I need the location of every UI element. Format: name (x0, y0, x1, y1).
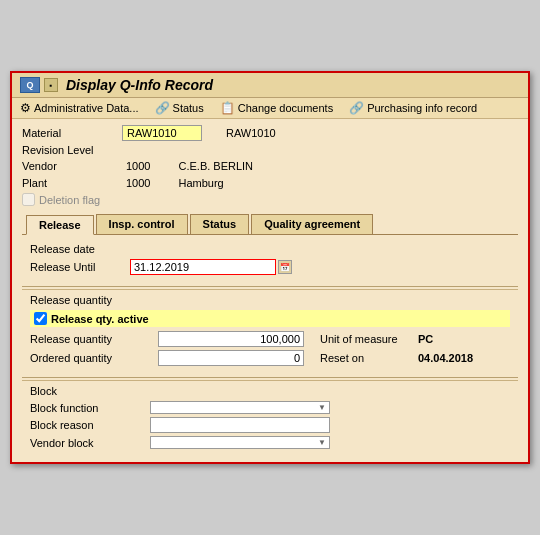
menu-bar: ⚙ Administrative Data... 🔗 Status 📋 Chan… (12, 98, 528, 119)
window-title: Display Q-Info Record (66, 77, 213, 93)
content-area: Material RAW1010 RAW1010 Revision Level … (12, 119, 528, 462)
vendor-name: C.E.B. BERLIN (174, 159, 257, 173)
uom-value: PC (418, 333, 433, 345)
reset-label: Reset on (320, 352, 410, 364)
revision-label: Revision Level (22, 144, 122, 156)
admin-icon: ⚙ (20, 101, 31, 115)
block-reason-row: Block reason (30, 417, 510, 433)
plant-label: Plant (22, 177, 122, 189)
release-qty-active-label: Release qty. active (51, 313, 149, 325)
plant-name: Hamburg (174, 176, 227, 190)
tab-bar: Release Insp. control Status Quality agr… (22, 214, 518, 234)
release-date-input[interactable] (130, 259, 276, 275)
tab-release[interactable]: Release (26, 215, 94, 235)
material-label: Material (22, 127, 122, 139)
revision-row: Revision Level (22, 144, 518, 156)
app-icon: Q (20, 77, 40, 93)
block-function-row: Block function ▼ (30, 401, 510, 414)
release-date-section: Release date Release Until 📅 (22, 239, 518, 282)
uom-label: Unit of measure (320, 333, 410, 345)
release-qty-checkbox[interactable] (34, 312, 47, 325)
release-qty-active-row: Release qty. active (30, 310, 510, 327)
release-qty-title: Release quantity (30, 294, 510, 306)
app-icon2: ▪ (44, 78, 58, 92)
vendor-block-arrow: ▼ (318, 438, 326, 447)
ordered-qty-row: Ordered quantity Reset on 04.04.2018 (30, 350, 510, 366)
ordered-qty-input[interactable] (158, 350, 304, 366)
release-date-wrapper: 📅 (130, 259, 292, 275)
ordered-label: Ordered quantity (30, 352, 150, 364)
deletion-row: Deletion flag (22, 193, 518, 206)
calendar-icon[interactable]: 📅 (278, 260, 292, 274)
menu-admin-data[interactable]: ⚙ Administrative Data... (20, 101, 139, 115)
section-divider-2 (22, 377, 518, 378)
vendor-code: 1000 (122, 159, 154, 173)
material-row: Material RAW1010 RAW1010 (22, 125, 518, 141)
menu-purchasing[interactable]: 🔗 Purchasing info record (349, 101, 477, 115)
vendor-row: Vendor 1000 C.E.B. BERLIN (22, 159, 518, 173)
release-qty-row: Release quantity Unit of measure PC (30, 331, 510, 347)
reset-value: 04.04.2018 (418, 352, 473, 364)
block-function-label: Block function (30, 402, 150, 414)
release-until-row: Release Until 📅 (30, 259, 510, 275)
release-quantity-section: Release quantity Release qty. active Rel… (22, 289, 518, 373)
release-date-title: Release date (30, 243, 510, 255)
status-icon: 🔗 (155, 101, 170, 115)
vendor-block-row: Vendor block ▼ (30, 436, 510, 449)
vendor-block-label: Vendor block (30, 437, 150, 449)
tab-quality-agreement[interactable]: Quality agreement (251, 214, 373, 234)
section-divider-1 (22, 286, 518, 287)
purchasing-icon: 🔗 (349, 101, 364, 115)
vendor-label: Vendor (22, 160, 122, 172)
deletion-flag-checkbox[interactable] (22, 193, 35, 206)
menu-status[interactable]: 🔗 Status (155, 101, 204, 115)
qty-label: Release quantity (30, 333, 150, 345)
deletion-flag-label: Deletion flag (22, 193, 100, 206)
block-reason-input[interactable] (150, 417, 330, 433)
block-reason-label: Block reason (30, 419, 150, 431)
block-section: Block Block function ▼ Block reason Vend… (22, 380, 518, 456)
block-function-arrow: ▼ (318, 403, 326, 412)
tab-insp-control[interactable]: Insp. control (96, 214, 188, 234)
material-name: RAW1010 (222, 126, 280, 140)
title-bar: Q ▪ Display Q-Info Record (12, 73, 528, 98)
plant-code: 1000 (122, 176, 154, 190)
block-function-dropdown[interactable]: ▼ (150, 401, 330, 414)
block-title: Block (30, 385, 510, 397)
main-window: Q ▪ Display Q-Info Record ⚙ Administrati… (10, 71, 530, 464)
tab-status[interactable]: Status (190, 214, 250, 234)
plant-row: Plant 1000 Hamburg (22, 176, 518, 190)
docs-icon: 📋 (220, 101, 235, 115)
vendor-block-dropdown[interactable]: ▼ (150, 436, 330, 449)
material-code-field: RAW1010 (122, 125, 202, 141)
tabs-container: Release Insp. control Status Quality agr… (22, 214, 518, 235)
menu-change-docs[interactable]: 📋 Change documents (220, 101, 333, 115)
release-until-label: Release Until (30, 261, 130, 273)
release-qty-input[interactable] (158, 331, 304, 347)
